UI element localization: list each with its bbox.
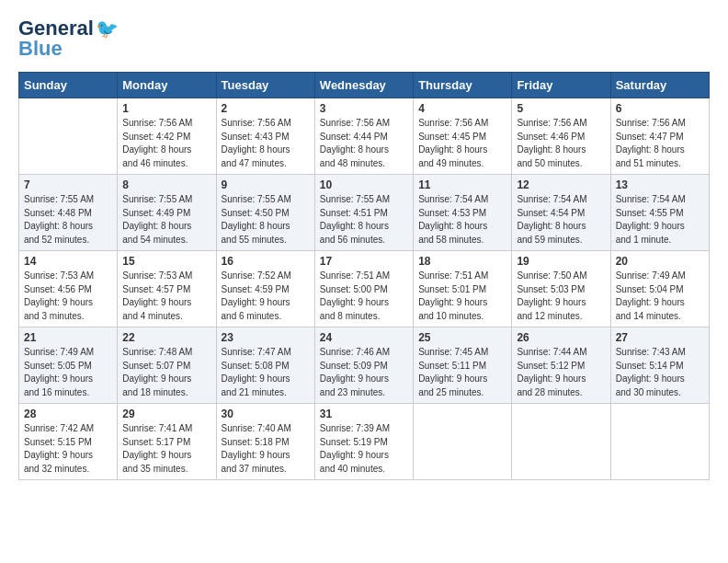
day-number: 7 [24,178,112,191]
calendar-header: SundayMondayTuesdayWednesdayThursdayFrid… [19,73,710,98]
day-number: 31 [320,408,408,420]
day-info: Sunrise: 7:48 AM Sunset: 5:07 PM Dayligh… [122,346,210,399]
day-number: 26 [517,331,605,344]
day-info: Sunrise: 7:40 AM Sunset: 5:18 PM Dayligh… [222,422,310,476]
day-info: Sunrise: 7:54 AM Sunset: 4:54 PM Dayligh… [517,193,605,247]
day-number: 3 [320,102,408,115]
calendar-cell: 24Sunrise: 7:46 AM Sunset: 5:09 PM Dayli… [314,327,413,404]
day-info: Sunrise: 7:56 AM Sunset: 4:45 PM Dayligh… [418,117,506,170]
calendar-week-2: 7Sunrise: 7:55 AM Sunset: 4:48 PM Daylig… [19,175,710,251]
day-number: 13 [616,178,704,191]
calendar-cell: 28Sunrise: 7:42 AM Sunset: 5:15 PM Dayli… [19,404,118,480]
day-info: Sunrise: 7:56 AM Sunset: 4:44 PM Dayligh… [320,117,408,170]
calendar-cell: 29Sunrise: 7:41 AM Sunset: 5:17 PM Dayli… [118,404,216,480]
day-number: 8 [122,178,210,191]
day-info: Sunrise: 7:56 AM Sunset: 4:42 PM Dayligh… [122,117,210,170]
day-info: Sunrise: 7:56 AM Sunset: 4:47 PM Dayligh… [616,117,704,170]
day-info: Sunrise: 7:56 AM Sunset: 4:43 PM Dayligh… [222,117,310,170]
day-number: 19 [517,255,605,268]
calendar-cell: 12Sunrise: 7:54 AM Sunset: 4:54 PM Dayli… [512,175,610,251]
day-info: Sunrise: 7:54 AM Sunset: 4:53 PM Dayligh… [418,193,506,247]
logo: General 🐦 Blue [18,17,119,61]
logo-text-blue: Blue [18,37,63,61]
day-info: Sunrise: 7:46 AM Sunset: 5:09 PM Dayligh… [320,346,408,399]
day-number: 20 [616,255,704,268]
day-number: 23 [222,331,310,344]
header: General 🐦 Blue [18,17,710,61]
column-header-monday: Monday [118,73,216,98]
calendar-week-3: 14Sunrise: 7:53 AM Sunset: 4:56 PM Dayli… [19,251,710,327]
day-number: 24 [320,331,408,344]
calendar-cell: 31Sunrise: 7:39 AM Sunset: 5:19 PM Dayli… [314,404,413,480]
day-number: 30 [222,408,310,420]
calendar-cell: 27Sunrise: 7:43 AM Sunset: 5:14 PM Dayli… [610,327,709,404]
day-number: 15 [122,255,210,268]
day-number: 17 [320,255,408,268]
calendar-cell: 6Sunrise: 7:56 AM Sunset: 4:47 PM Daylig… [610,98,709,175]
calendar-cell: 18Sunrise: 7:51 AM Sunset: 5:01 PM Dayli… [414,251,512,327]
day-number: 14 [24,255,112,268]
day-number: 16 [222,255,310,268]
logo-bird-icon: 🐦 [96,17,119,40]
calendar-cell: 9Sunrise: 7:55 AM Sunset: 4:50 PM Daylig… [216,175,314,251]
calendar-cell: 2Sunrise: 7:56 AM Sunset: 4:43 PM Daylig… [216,98,314,175]
calendar-cell: 13Sunrise: 7:54 AM Sunset: 4:55 PM Dayli… [610,175,709,251]
day-number: 25 [418,331,506,344]
day-info: Sunrise: 7:53 AM Sunset: 4:56 PM Dayligh… [24,270,112,323]
day-number: 6 [616,102,704,115]
calendar-body: 1Sunrise: 7:56 AM Sunset: 4:42 PM Daylig… [19,98,710,480]
day-info: Sunrise: 7:49 AM Sunset: 5:04 PM Dayligh… [616,270,704,323]
day-info: Sunrise: 7:43 AM Sunset: 5:14 PM Dayligh… [616,346,704,399]
day-number: 12 [517,178,605,191]
calendar-cell: 8Sunrise: 7:55 AM Sunset: 4:49 PM Daylig… [118,175,216,251]
column-header-sunday: Sunday [19,73,118,98]
calendar-cell: 23Sunrise: 7:47 AM Sunset: 5:08 PM Dayli… [216,327,314,404]
calendar-cell: 3Sunrise: 7:56 AM Sunset: 4:44 PM Daylig… [314,98,413,175]
day-number: 10 [320,178,408,191]
day-info: Sunrise: 7:55 AM Sunset: 4:50 PM Dayligh… [222,193,310,247]
day-info: Sunrise: 7:55 AM Sunset: 4:49 PM Dayligh… [122,193,210,247]
page: General 🐦 Blue SundayMondayTuesdayWednes… [0,0,728,489]
calendar-cell: 7Sunrise: 7:55 AM Sunset: 4:48 PM Daylig… [19,175,118,251]
day-info: Sunrise: 7:56 AM Sunset: 4:46 PM Dayligh… [517,117,605,170]
calendar-table: SundayMondayTuesdayWednesdayThursdayFrid… [18,72,710,480]
day-info: Sunrise: 7:55 AM Sunset: 4:48 PM Dayligh… [24,193,112,247]
calendar-cell [512,404,610,480]
day-info: Sunrise: 7:45 AM Sunset: 5:11 PM Dayligh… [418,346,506,399]
calendar-cell [414,404,512,480]
day-number: 1 [122,102,210,115]
calendar-cell [610,404,709,480]
day-info: Sunrise: 7:51 AM Sunset: 5:00 PM Dayligh… [320,270,408,323]
day-info: Sunrise: 7:49 AM Sunset: 5:05 PM Dayligh… [24,346,112,399]
column-header-tuesday: Tuesday [216,73,314,98]
calendar-cell: 15Sunrise: 7:53 AM Sunset: 4:57 PM Dayli… [118,251,216,327]
day-info: Sunrise: 7:54 AM Sunset: 4:55 PM Dayligh… [616,193,704,247]
calendar-cell: 5Sunrise: 7:56 AM Sunset: 4:46 PM Daylig… [512,98,610,175]
calendar-week-5: 28Sunrise: 7:42 AM Sunset: 5:15 PM Dayli… [19,404,710,480]
day-number: 4 [418,102,506,115]
day-info: Sunrise: 7:55 AM Sunset: 4:51 PM Dayligh… [320,193,408,247]
day-number: 27 [616,331,704,344]
calendar-cell: 26Sunrise: 7:44 AM Sunset: 5:12 PM Dayli… [512,327,610,404]
day-info: Sunrise: 7:39 AM Sunset: 5:19 PM Dayligh… [320,422,408,476]
calendar-cell: 19Sunrise: 7:50 AM Sunset: 5:03 PM Dayli… [512,251,610,327]
calendar-cell: 22Sunrise: 7:48 AM Sunset: 5:07 PM Dayli… [118,327,216,404]
day-info: Sunrise: 7:41 AM Sunset: 5:17 PM Dayligh… [122,422,210,476]
column-header-saturday: Saturday [610,73,709,98]
calendar-cell: 14Sunrise: 7:53 AM Sunset: 4:56 PM Dayli… [19,251,118,327]
day-number: 11 [418,178,506,191]
day-info: Sunrise: 7:42 AM Sunset: 5:15 PM Dayligh… [24,422,112,476]
day-info: Sunrise: 7:53 AM Sunset: 4:57 PM Dayligh… [122,270,210,323]
day-info: Sunrise: 7:44 AM Sunset: 5:12 PM Dayligh… [517,346,605,399]
day-info: Sunrise: 7:47 AM Sunset: 5:08 PM Dayligh… [222,346,310,399]
calendar-cell: 16Sunrise: 7:52 AM Sunset: 4:59 PM Dayli… [216,251,314,327]
column-header-wednesday: Wednesday [314,73,413,98]
day-number: 9 [222,178,310,191]
header-row: SundayMondayTuesdayWednesdayThursdayFrid… [19,73,710,98]
day-number: 29 [122,408,210,420]
day-number: 28 [24,408,112,420]
calendar-cell [19,98,118,175]
calendar-cell: 11Sunrise: 7:54 AM Sunset: 4:53 PM Dayli… [414,175,512,251]
day-number: 18 [418,255,506,268]
day-info: Sunrise: 7:52 AM Sunset: 4:59 PM Dayligh… [222,270,310,323]
